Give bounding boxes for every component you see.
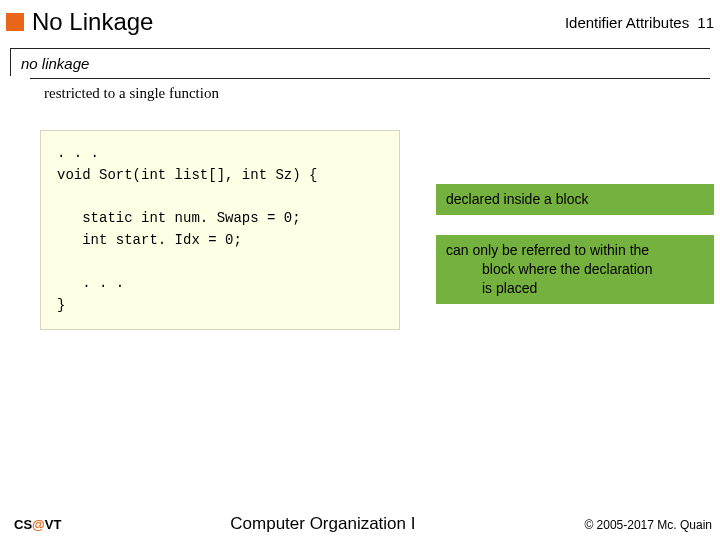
notes-column: declared inside a block can only be refe… [436, 130, 714, 324]
note-text-line: is placed [446, 279, 704, 298]
footer-center: Computer Organization I [230, 514, 415, 534]
footer-left: CS@VT [14, 517, 61, 532]
note-text-line: can only be referred to within the [446, 242, 649, 258]
code-line: void Sort(int list[], int Sz) { [57, 167, 317, 183]
footer-at: @ [32, 517, 45, 532]
slide-topic: Identifier Attributes 11 [565, 14, 714, 31]
code-block: . . . void Sort(int list[], int Sz) { st… [40, 130, 400, 330]
slide-footer: CS@VT Computer Organization I © 2005-201… [0, 514, 720, 534]
term-box: no linkage [10, 48, 710, 76]
code-line: int start. Idx = 0; [57, 232, 242, 248]
slide-title: No Linkage [32, 8, 153, 36]
footer-copyright: © 2005-2017 Mc. Quain [584, 518, 712, 532]
accent-square-icon [6, 13, 24, 31]
footer-vt: VT [45, 517, 62, 532]
page-number: 11 [697, 14, 714, 31]
note-text-line: block where the declaration [446, 260, 704, 279]
code-line: } [57, 297, 65, 313]
code-line: . . . [57, 275, 124, 291]
note-scope: can only be referred to within the block… [436, 235, 714, 304]
note-text: declared inside a block [446, 191, 588, 207]
term-text: no linkage [21, 55, 89, 72]
content-row: . . . void Sort(int list[], int Sz) { st… [40, 130, 714, 330]
topic-label: Identifier Attributes [565, 14, 689, 31]
slide-header: No Linkage Identifier Attributes 11 [0, 0, 720, 42]
code-line: . . . [57, 145, 99, 161]
code-line: static int num. Swaps = 0; [57, 210, 301, 226]
definition-text: restricted to a single function [44, 85, 219, 101]
note-declared: declared inside a block [436, 184, 714, 215]
footer-cs: CS [14, 517, 32, 532]
definition-box: restricted to a single function [30, 78, 710, 112]
